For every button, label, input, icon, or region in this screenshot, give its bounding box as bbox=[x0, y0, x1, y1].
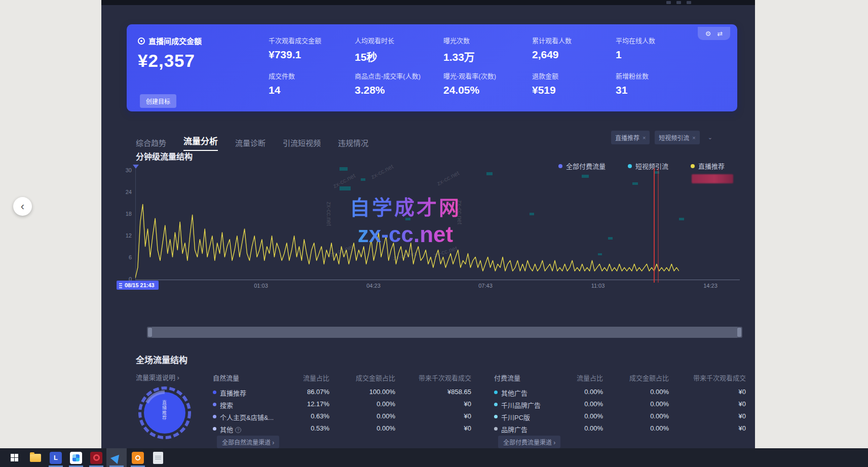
channel-label: 个人主页&店铺&... bbox=[220, 412, 274, 422]
metric-value: 1 bbox=[616, 49, 702, 61]
traffic-line-chart[interactable] bbox=[135, 168, 679, 280]
all-paid-channels-link[interactable]: 全部付费流量渠道 › bbox=[498, 436, 560, 448]
titlebar-icon[interactable] bbox=[687, 1, 691, 4]
metric-value: 3.28% bbox=[355, 84, 441, 96]
table-row: 搜索 12.17% 0.00% ¥0 bbox=[213, 400, 472, 410]
live-assistant-app-icon[interactable] bbox=[106, 448, 127, 467]
metric-label: 人均观看时长 bbox=[355, 35, 441, 45]
close-icon[interactable]: × bbox=[692, 135, 695, 141]
start-icon[interactable] bbox=[4, 448, 24, 467]
traffic-pct: 86.07% bbox=[269, 388, 329, 396]
gpm-value: ¥0 bbox=[680, 424, 746, 432]
swap-icon[interactable]: ⇄ bbox=[717, 30, 723, 37]
y-tick: 30 bbox=[118, 167, 132, 173]
col-header: 流量占比 bbox=[542, 373, 603, 382]
tab-violations[interactable]: 违规情况 bbox=[338, 137, 368, 151]
paid-group-header: 付费流量 bbox=[494, 373, 520, 382]
notepad-icon[interactable] bbox=[148, 448, 168, 467]
timeline-start-handle[interactable]: 08/15 21:43 bbox=[117, 281, 159, 290]
series-dot bbox=[213, 415, 216, 418]
panel-tools: ⚙ ⇄ bbox=[698, 27, 730, 40]
metric-label: 累计观看人数 bbox=[532, 35, 618, 45]
orange-app-icon[interactable] bbox=[128, 448, 148, 467]
metric-value: ¥519 bbox=[532, 84, 618, 96]
gmv-label: 直播间成交金额 bbox=[148, 35, 202, 46]
series-dot bbox=[213, 403, 216, 406]
series-dot bbox=[494, 403, 498, 406]
chevron-down-icon[interactable]: ⌄ bbox=[705, 134, 715, 141]
meeting-app-icon[interactable] bbox=[66, 448, 86, 467]
stats-panel: 直播间成交金额 ¥2,357 创建目标 ⚙ ⇄ 千次观看成交金额 ¥739.1 … bbox=[127, 24, 737, 111]
timeline-zoom-slider[interactable] bbox=[147, 327, 742, 338]
x-axis bbox=[135, 280, 740, 280]
metric-value: 24.05% bbox=[443, 84, 530, 96]
traffic-pct: 0.53% bbox=[269, 424, 329, 432]
chart-title: 分钟级流量结构 bbox=[136, 150, 193, 162]
analytics-window: 直播间成交金额 ¥2,357 创建目标 ⚙ ⇄ 千次观看成交金额 ¥739.1 … bbox=[101, 0, 755, 448]
gear-icon[interactable]: ⚙ bbox=[705, 30, 711, 37]
channel-help-link[interactable]: 流量渠道说明 › bbox=[136, 372, 179, 382]
metric-value: 2,649 bbox=[532, 49, 618, 61]
legend-dot bbox=[691, 164, 695, 168]
gpm-value: ¥858.65 bbox=[405, 388, 471, 396]
tab-traffic-diagnosis[interactable]: 流量诊断 bbox=[235, 137, 266, 151]
metric-cell: 新增粉丝数 31 bbox=[616, 71, 702, 96]
traffic-pct: 0.00% bbox=[542, 412, 603, 420]
donut-label: 直播推荐 bbox=[161, 400, 168, 420]
series-dot bbox=[494, 415, 498, 418]
slider-right-handle[interactable] bbox=[737, 328, 741, 337]
table-row: 其他? 0.53% 0.00% ¥0 bbox=[213, 424, 472, 435]
series-dot bbox=[213, 427, 216, 431]
legend-dot bbox=[628, 164, 632, 168]
artifact-speck bbox=[486, 172, 493, 175]
col-header: 带来千次观看成交 bbox=[680, 373, 746, 382]
metric-value: 15秒 bbox=[355, 49, 441, 64]
table-row: 直播推荐 86.07% 100.00% ¥858.65 bbox=[213, 388, 472, 398]
gpm-value: ¥0 bbox=[680, 388, 746, 396]
blue-l-app-icon[interactable]: L bbox=[46, 448, 66, 467]
titlebar-icon[interactable] bbox=[666, 1, 671, 4]
series-dot bbox=[494, 427, 498, 431]
gmv-pct: 0.00% bbox=[613, 424, 669, 432]
slider-track[interactable] bbox=[152, 327, 737, 338]
tab-overall-trend[interactable]: 综合趋势 bbox=[136, 137, 166, 151]
metric-cell: 千次观看成交金额 ¥739.1 bbox=[269, 35, 355, 61]
back-button[interactable]: ‹ bbox=[13, 197, 32, 216]
metric-cell: 商品点击-成交率(人数) 3.28% bbox=[355, 71, 441, 96]
artifact-speck bbox=[405, 218, 410, 220]
y-tick: 18 bbox=[118, 211, 132, 217]
slider-left-handle[interactable] bbox=[148, 328, 152, 337]
metric-cell: 平均在线人数 1 bbox=[616, 35, 702, 61]
artifact-speck bbox=[339, 186, 351, 190]
traffic-pct: 0.00% bbox=[542, 400, 603, 408]
col-header: 带来千次观看成交 bbox=[405, 373, 471, 382]
chip-live-recommend[interactable]: 直播推荐 × bbox=[611, 131, 650, 144]
series-dot bbox=[494, 391, 498, 394]
artifact-speck bbox=[361, 178, 365, 181]
help-icon[interactable]: ? bbox=[235, 427, 241, 433]
metric-cell: 曝光-观看率(次数) 24.05% bbox=[443, 71, 530, 96]
x-tick: 04:23 bbox=[366, 283, 381, 289]
close-icon[interactable]: × bbox=[643, 135, 646, 141]
chip-short-video[interactable]: 短视频引流 × bbox=[655, 131, 699, 144]
col-header: 成交金额占比 bbox=[613, 373, 669, 382]
metric-label: 平均在线人数 bbox=[616, 35, 702, 45]
metric-value: 14 bbox=[269, 84, 355, 96]
gmv-pct: 100.00% bbox=[339, 388, 395, 396]
legend-live-recommend[interactable]: 直播推荐 bbox=[691, 161, 725, 171]
create-goal-button[interactable]: 创建目标 bbox=[140, 94, 176, 108]
metric-label: 退款金额 bbox=[532, 71, 618, 81]
y-tick: 12 bbox=[118, 232, 132, 239]
titlebar-icon[interactable] bbox=[676, 1, 681, 4]
traffic-pct: 0.00% bbox=[542, 388, 603, 396]
tab-traffic-analysis[interactable]: 流量分析 bbox=[183, 134, 218, 151]
gmv-pct: 0.00% bbox=[613, 400, 669, 408]
metric-cell: 人均观看时长 15秒 bbox=[355, 35, 441, 64]
all-natural-channels-link[interactable]: 全部自然流量渠道 › bbox=[217, 436, 279, 448]
tab-short-video[interactable]: 引流短视频 bbox=[283, 137, 321, 151]
y-tick: 6 bbox=[118, 254, 132, 260]
gpm-value: ¥0 bbox=[405, 424, 471, 432]
opera-browser-icon[interactable] bbox=[86, 448, 106, 467]
file-explorer-icon[interactable] bbox=[25, 448, 46, 467]
taskbar: L ∧ bbox=[0, 448, 868, 467]
